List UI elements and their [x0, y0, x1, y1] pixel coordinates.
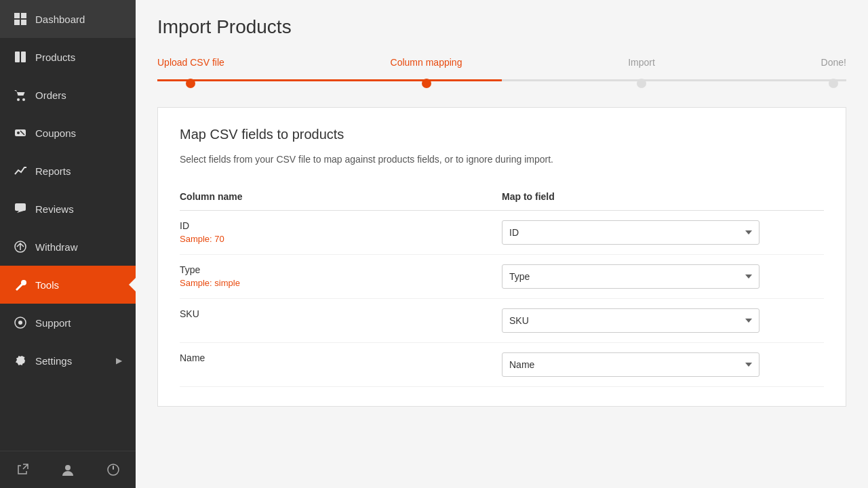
- sidebar: Dashboard Products Orders Coupons Report…: [0, 0, 136, 488]
- table-row: Name ID Type SKU Name: [180, 343, 824, 387]
- svg-rect-2: [14, 20, 20, 25]
- user-profile-button[interactable]: [45, 451, 91, 488]
- external-link-button[interactable]: [0, 451, 45, 488]
- svg-point-15: [65, 465, 71, 470]
- table-cell-map-type: ID Type SKU Name: [502, 255, 824, 299]
- stepper-step-import[interactable]: Import: [628, 57, 655, 88]
- settings-arrow-icon: ▶: [116, 356, 122, 365]
- table-cell-colname: ID Sample: 70: [180, 211, 502, 255]
- stepper-label-done: Done!: [821, 57, 846, 68]
- svg-point-14: [18, 321, 22, 325]
- stepper-step-upload[interactable]: Upload CSV file: [157, 57, 224, 88]
- col-sample-id: Sample: 70: [180, 234, 502, 244]
- stepper-steps: Upload CSV file Column mapping Import Do…: [157, 57, 846, 88]
- table-cell-colname-type: Type Sample: simple: [180, 255, 502, 299]
- stepper-label-upload: Upload CSV file: [157, 57, 224, 68]
- mapping-table: Column name Map to field ID Sample: 70: [180, 186, 824, 387]
- map-select-name[interactable]: ID Type SKU Name: [502, 352, 760, 377]
- map-select-type[interactable]: ID Type SKU Name: [502, 264, 760, 289]
- withdraw-icon: [14, 240, 27, 253]
- sidebar-label-reports: Reports: [35, 165, 71, 177]
- map-select-sku[interactable]: ID Type SKU Name: [502, 308, 760, 333]
- col-sample-type: Sample: simple: [180, 278, 502, 288]
- col-name-id: ID: [180, 220, 502, 231]
- svg-rect-5: [21, 52, 26, 62]
- col-name-sku: SKU: [180, 308, 502, 319]
- sidebar-item-withdraw[interactable]: Withdraw: [0, 228, 136, 266]
- stepper-dot-import: [637, 79, 646, 88]
- col-name-type: Type: [180, 264, 502, 275]
- svg-rect-1: [21, 13, 26, 18]
- svg-point-6: [17, 98, 20, 101]
- stepper: Upload CSV file Column mapping Import Do…: [157, 57, 846, 88]
- card-title: Map CSV fields to products: [180, 127, 824, 142]
- coupons-icon: [14, 126, 27, 140]
- main-content: Import Products Upload CSV file Column m…: [136, 0, 868, 488]
- tools-icon: [14, 278, 27, 291]
- reports-icon: [14, 164, 27, 178]
- sidebar-item-coupons[interactable]: Coupons: [0, 114, 136, 152]
- sidebar-item-orders[interactable]: Orders: [0, 76, 136, 114]
- svg-rect-3: [21, 20, 26, 25]
- sidebar-item-reports[interactable]: Reports: [0, 152, 136, 190]
- svg-rect-0: [14, 13, 20, 18]
- stepper-label-mapping: Column mapping: [391, 57, 462, 68]
- table-cell-colname-sku: SKU: [180, 299, 502, 343]
- sidebar-label-coupons: Coupons: [35, 127, 76, 139]
- sidebar-label-reviews: Reviews: [35, 203, 74, 215]
- sidebar-label-withdraw: Withdraw: [35, 241, 78, 253]
- stepper-label-import: Import: [628, 57, 655, 68]
- sidebar-item-dashboard[interactable]: Dashboard: [0, 0, 136, 38]
- col-header-name: Column name: [180, 186, 502, 211]
- svg-rect-8: [15, 129, 26, 136]
- sidebar-item-support[interactable]: Support: [0, 304, 136, 342]
- stepper-dot-done: [829, 79, 838, 88]
- support-icon: [14, 316, 27, 329]
- stepper-dot-mapping: [422, 79, 431, 88]
- stepper-dot-upload: [186, 79, 195, 88]
- sidebar-label-orders: Orders: [35, 89, 66, 101]
- sidebar-label-settings: Settings: [35, 355, 72, 367]
- sidebar-bottom: [0, 451, 136, 488]
- sidebar-label-support: Support: [35, 317, 71, 329]
- svg-rect-17: [113, 466, 114, 470]
- svg-rect-4: [15, 52, 20, 62]
- col-header-field: Map to field: [502, 186, 824, 211]
- table-cell-colname-name: Name: [180, 343, 502, 387]
- table-cell-map-id: ID Type SKU Name: [502, 211, 824, 255]
- logout-button[interactable]: [90, 451, 136, 488]
- dashboard-icon: [14, 12, 27, 26]
- svg-rect-11: [15, 203, 26, 211]
- sidebar-item-reviews[interactable]: Reviews: [0, 190, 136, 228]
- table-row: SKU ID Type SKU Name: [180, 299, 824, 343]
- svg-point-9: [17, 131, 20, 134]
- sidebar-label-dashboard: Dashboard: [35, 14, 85, 25]
- svg-point-7: [22, 98, 25, 101]
- sidebar-label-tools: Tools: [35, 279, 59, 291]
- page-title: Import Products: [157, 16, 846, 38]
- sidebar-item-settings[interactable]: Settings ▶: [0, 342, 136, 380]
- map-select-id[interactable]: ID Type SKU Name: [502, 220, 760, 245]
- products-icon: [14, 50, 27, 64]
- table-cell-map-name: ID Type SKU Name: [502, 343, 824, 387]
- reviews-icon: [14, 202, 27, 216]
- stepper-step-done[interactable]: Done!: [821, 57, 846, 88]
- settings-icon: [14, 354, 27, 367]
- table-row: ID Sample: 70 ID Type SKU Name: [180, 211, 824, 255]
- col-name-name: Name: [180, 352, 502, 363]
- sidebar-label-products: Products: [35, 52, 75, 63]
- card-description: Select fields from your CSV file to map …: [180, 152, 709, 167]
- mapping-card: Map CSV fields to products Select fields…: [157, 107, 846, 407]
- orders-icon: [14, 88, 27, 102]
- table-row: Type Sample: simple ID Type SKU Name: [180, 255, 824, 299]
- stepper-step-mapping[interactable]: Column mapping: [391, 57, 462, 88]
- table-cell-map-sku: ID Type SKU Name: [502, 299, 824, 343]
- sidebar-item-tools[interactable]: Tools: [0, 266, 136, 304]
- sidebar-item-products[interactable]: Products: [0, 38, 136, 76]
